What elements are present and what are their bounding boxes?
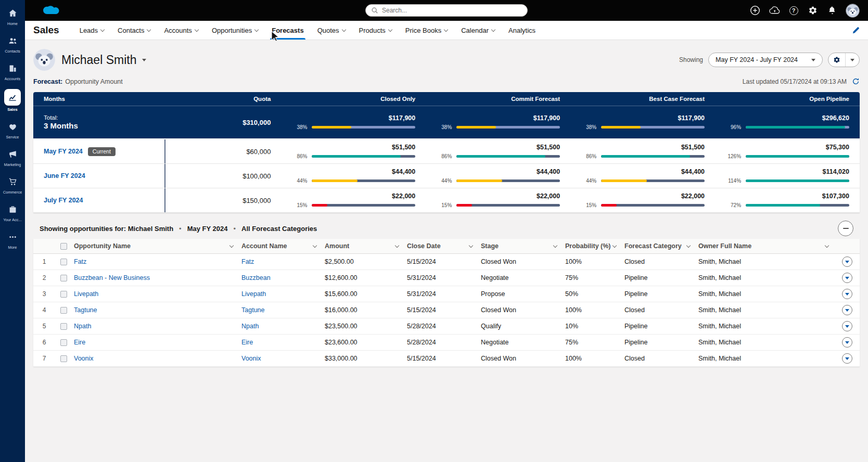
row-checkbox[interactable] (60, 339, 67, 346)
sidebar-item-sales[interactable]: Sales (0, 85, 25, 116)
row-actions-button[interactable] (842, 321, 852, 331)
owner-cell: Smith, Michael (696, 258, 835, 265)
user-avatar[interactable] (846, 4, 860, 18)
setup-gear-icon[interactable] (807, 5, 819, 16)
sidebar-item-more[interactable]: More (0, 226, 25, 253)
column-header-probability[interactable]: Probability (%) (563, 239, 622, 253)
tab-forecasts[interactable]: Forecasts (265, 21, 310, 40)
tab-analytics[interactable]: Analytics (502, 21, 542, 40)
account-link[interactable]: Eire (241, 339, 253, 346)
attainment-bar-row: 15% (291, 202, 415, 208)
attainment-percent: 15% (291, 202, 307, 208)
account-link[interactable]: Tagtune (241, 306, 264, 314)
sidebar-item-label: Sales (7, 107, 18, 112)
account-link[interactable]: Fatz (241, 258, 254, 265)
global-search[interactable] (365, 4, 528, 17)
forecast-period-selector[interactable]: May FY 2024 - July FY 2024 (708, 53, 823, 67)
select-all-checkbox[interactable] (60, 243, 67, 250)
column-header-close-date[interactable]: Close Date (405, 239, 479, 253)
collapse-list-button[interactable] (838, 221, 853, 236)
sidebar-item-service[interactable]: Service (0, 116, 25, 143)
opportunity-link[interactable]: Fatz (74, 258, 86, 265)
column-header-forecast-category[interactable]: Forecast Category (622, 239, 696, 253)
column-header-amount[interactable]: Amount (323, 239, 405, 253)
column-header-owner-full-name[interactable]: Owner Full Name (696, 239, 835, 253)
row-checkbox[interactable] (60, 307, 67, 314)
stage-cell: Closed Won (479, 355, 563, 362)
forecast-value: $75,300 (725, 144, 849, 151)
opportunity-link[interactable]: Eire (74, 339, 85, 346)
amount-cell: $33,000.00 (323, 355, 405, 362)
edit-pencil-icon[interactable] (852, 27, 860, 34)
your-account-icon (6, 202, 19, 216)
row-checkbox[interactable] (60, 275, 67, 281)
tab-quotes[interactable]: Quotes (311, 21, 352, 40)
tab-leads[interactable]: Leads (73, 21, 111, 40)
add-icon[interactable] (749, 5, 761, 16)
row-actions-button[interactable] (842, 273, 852, 283)
attainment-bar (746, 126, 849, 129)
column-label: Close Date (407, 242, 441, 250)
tab-calendar[interactable]: Calendar (454, 21, 502, 40)
settings-menu-button[interactable] (845, 53, 859, 67)
owner-cell: Smith, Michael (696, 355, 835, 362)
sidebar-item-commerce[interactable]: Commerce (0, 171, 25, 198)
row-checkbox[interactable] (60, 323, 67, 330)
sidebar-item-marketing[interactable]: Marketing (0, 143, 25, 171)
tab-contacts[interactable]: Contacts (111, 21, 157, 40)
settings-gear-button[interactable] (828, 53, 845, 67)
chevron-down-icon (313, 243, 317, 248)
opportunity-link[interactable]: Npath (74, 323, 91, 330)
opportunity-link[interactable]: Tagtune (74, 306, 97, 314)
refresh-icon[interactable] (852, 78, 860, 85)
tab-products[interactable]: Products (352, 21, 399, 40)
sidebar-item-your-acc[interactable]: Your Acc... (0, 198, 25, 226)
row-actions-button[interactable] (842, 289, 852, 299)
tab-label: Leads (80, 27, 98, 34)
tab-opportunities[interactable]: Opportunities (205, 21, 265, 40)
column-header-opportunity-name[interactable]: Opportunity Name (72, 239, 239, 253)
attainment-bar (746, 204, 849, 207)
sidebar-item-home[interactable]: Home (0, 2, 25, 30)
probability-cell: 100% (563, 306, 622, 314)
attainment-percent: 44% (291, 178, 307, 184)
row-actions-button[interactable] (842, 305, 852, 315)
row-checkbox[interactable] (60, 355, 67, 362)
row-actions-button[interactable] (842, 256, 852, 267)
row-checkbox[interactable] (60, 291, 67, 298)
account-link[interactable]: Npath (241, 323, 259, 330)
month-link[interactable]: July FY 2024 (44, 197, 83, 204)
notifications-bell-icon[interactable] (826, 5, 838, 16)
column-header-stage[interactable]: Stage (479, 239, 563, 253)
sidebar: HomeContactsAccountsSalesServiceMarketin… (0, 0, 25, 462)
attainment-percent: 38% (436, 124, 452, 130)
month-link[interactable]: June FY 2024 (44, 172, 85, 179)
row-checkbox[interactable] (60, 259, 67, 265)
search-input[interactable] (382, 7, 522, 14)
sidebar-item-accounts[interactable]: Accounts (0, 57, 25, 85)
month-link[interactable]: May FY 2024 (44, 148, 83, 155)
forecast-cell: $44,400 44% (426, 164, 570, 188)
opportunity-link[interactable]: Buzzbean - New Business (74, 274, 150, 281)
upload-cloud-icon[interactable] (769, 5, 780, 16)
owner-cell: Smith, Michael (696, 274, 835, 281)
owner-dropdown-icon[interactable] (142, 59, 146, 61)
account-link[interactable]: Buzzbean (241, 274, 271, 281)
salesforce-logo (43, 4, 61, 17)
tab-accounts[interactable]: Accounts (157, 21, 205, 40)
amount-cell: $16,000.00 (323, 306, 405, 314)
forecast-total-row: Total: 3 Months $310,000 $117,900 38% $1… (33, 106, 860, 139)
tab-price-books[interactable]: Price Books (399, 21, 454, 40)
help-icon[interactable]: ? (788, 5, 799, 16)
attainment-bar (601, 179, 705, 182)
column-header-account-name[interactable]: Account Name (239, 239, 323, 253)
attainment-percent: 72% (725, 202, 741, 208)
forecast-column-header-open-pipeline: Open Pipeline (715, 96, 860, 102)
sidebar-item-contacts[interactable]: Contacts (0, 30, 25, 57)
account-link[interactable]: Livepath (241, 290, 266, 298)
account-link[interactable]: Voonix (241, 355, 261, 362)
row-actions-button[interactable] (842, 353, 852, 364)
opportunity-link[interactable]: Voonix (74, 355, 94, 362)
row-actions-button[interactable] (842, 337, 852, 348)
opportunity-link[interactable]: Livepath (74, 290, 98, 298)
